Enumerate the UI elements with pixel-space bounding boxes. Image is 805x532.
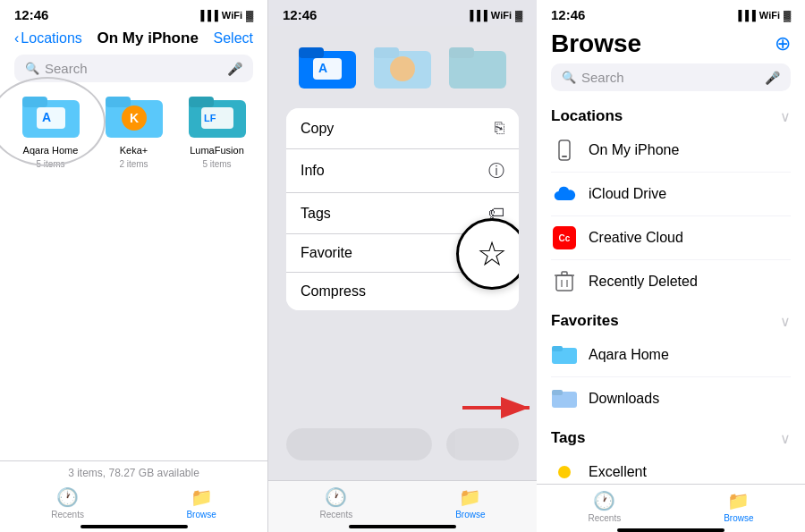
tab-recents-2[interactable]: 🕐 Recents	[319, 486, 352, 519]
tags-header: Tags ∨	[551, 422, 791, 451]
folder-icon-lumafusion: LF	[189, 93, 246, 141]
search-bar-3[interactable]: 🔍 Search 🎤	[551, 63, 791, 91]
tab-recents-3[interactable]: 🕐 Recents	[588, 490, 621, 523]
tab-browse-3[interactable]: 📁 Browse	[724, 490, 753, 523]
icloud-label: iCloud Drive	[589, 186, 666, 202]
location-item-iphone[interactable]: On My iPhone	[551, 129, 791, 173]
compress-label: Compress	[301, 283, 366, 300]
tag-item-excellent[interactable]: Excellent	[551, 451, 791, 484]
tab-recents-1[interactable]: 🕐 Recents	[51, 486, 84, 519]
favorite-aqara-icon	[551, 342, 578, 368]
favorites-chevron[interactable]: ∨	[780, 313, 791, 330]
red-arrow-container	[458, 394, 537, 425]
favorite-item-aqara[interactable]: Aqara Home	[551, 334, 791, 377]
file-item-lumafusion[interactable]: LF LumaFusion 5 items	[181, 93, 253, 460]
svg-rect-24	[562, 156, 567, 157]
blur-pill-2	[446, 428, 519, 460]
favorites-header: Favorites ∨	[551, 305, 791, 334]
recents-label-2: Recents	[319, 510, 352, 519]
tab-bar-1: 🕐 Recents 📁 Browse	[0, 486, 267, 519]
location-item-trash[interactable]: Recently Deleted	[551, 260, 791, 303]
browse-scroll-area: Locations ∨ On My iPhone	[537, 100, 805, 484]
iphone-icon	[551, 137, 578, 164]
svg-text:A: A	[42, 110, 51, 124]
blur-bottom	[268, 428, 537, 460]
info-label: Info	[301, 163, 325, 179]
recents-icon-2: 🕐	[325, 486, 347, 508]
location-item-cc[interactable]: Cc Creative Cloud	[551, 216, 791, 260]
signal-icon: ▐▐▐	[197, 10, 217, 21]
tab-browse-1[interactable]: 📁 Browse	[186, 486, 216, 519]
locations-section: Locations ∨ On My iPhone	[537, 100, 805, 305]
browse-icon-1: 📁	[191, 486, 213, 508]
back-chevron-icon: ‹	[14, 30, 19, 46]
footer-status-1: 3 items, 78.27 GB available	[0, 467, 267, 479]
wifi-icon: WiFi	[222, 10, 242, 21]
cc-label: Creative Cloud	[589, 230, 683, 246]
iphone-label: On My iPhone	[589, 142, 679, 158]
context-item-info[interactable]: Info ⓘ	[286, 149, 519, 193]
copy-label: Copy	[301, 121, 334, 137]
favorite-downloads-label: Downloads	[589, 391, 659, 407]
favorite-star-circle: ☆	[456, 218, 519, 290]
browse-header: Browse ⊕	[537, 26, 805, 63]
location-item-icloud[interactable]: iCloud Drive	[551, 173, 791, 216]
file-item-keka[interactable]: K Keka+ 2 items	[97, 93, 170, 460]
file-name-aqara: Aqara Home	[23, 145, 79, 156]
recents-label-1: Recents	[51, 510, 84, 519]
status-time-1: 12:46	[14, 7, 48, 22]
svg-point-18	[390, 56, 415, 81]
icloud-icon	[551, 181, 578, 207]
more-button[interactable]: ⊕	[775, 32, 791, 55]
status-time-2: 12:46	[283, 7, 317, 22]
recents-icon-1: 🕐	[56, 486, 79, 508]
panel-browse: 12:46 ▐▐▐ WiFi ▓ Browse ⊕ 🔍 Search 🎤 Loc…	[537, 0, 805, 532]
favorite-item-downloads[interactable]: Downloads	[551, 377, 791, 420]
svg-rect-1	[22, 97, 47, 107]
status-bar-1: 12:46 ▐▐▐ WiFi ▓	[0, 0, 267, 26]
select-button[interactable]: Select	[214, 30, 253, 46]
tags-chevron[interactable]: ∨	[780, 430, 791, 447]
svg-rect-17	[374, 47, 399, 58]
blur-pill-1	[286, 428, 432, 460]
status-bar-3: 12:46 ▐▐▐ WiFi ▓	[537, 0, 805, 26]
favorite-aqara-label: Aqara Home	[589, 347, 669, 363]
tags-section: Tags ∨ Excellent Bad	[537, 422, 805, 484]
context-item-copy[interactable]: Copy ⎘	[286, 108, 519, 149]
svg-rect-13	[299, 47, 324, 58]
status-bar-2: 12:46 ▐▐▐ WiFi ▓	[268, 0, 537, 26]
back-button-1[interactable]: ‹ Locations	[14, 30, 82, 46]
locations-chevron[interactable]: ∨	[780, 108, 791, 125]
svg-text:K: K	[130, 111, 139, 125]
battery-icon: ▓	[246, 10, 253, 21]
signal-icon-3: ▐▐▐	[734, 10, 755, 21]
locations-header: Locations ∨	[551, 100, 791, 129]
file-count-aqara: 5 items	[36, 159, 64, 169]
phone-footer-1: 3 items, 78.27 GB available 🕐 Recents 📁 …	[0, 460, 267, 532]
search-bar-1[interactable]: 🔍 Search 🎤	[14, 55, 253, 82]
wifi-icon-3: WiFi	[759, 10, 780, 21]
favorites-title: Favorites	[551, 312, 619, 330]
tag-excellent-label: Excellent	[589, 464, 647, 480]
recents-label-3: Recents	[588, 513, 621, 523]
file-item-aqara[interactable]: A Aqara Home 5 items	[14, 93, 87, 460]
favorite-label: Favorite	[301, 245, 352, 261]
red-arrow-svg	[458, 394, 537, 421]
tags-label: Tags	[301, 206, 331, 222]
info-icon: ⓘ	[488, 160, 504, 182]
blur-icons-row: A	[268, 26, 537, 101]
file-name-lumafusion: LumaFusion	[190, 145, 244, 156]
locations-title: Locations	[551, 107, 623, 125]
mic-icon-3: 🎤	[765, 71, 780, 85]
status-icons-2: ▐▐▐ WiFi ▓	[466, 10, 522, 21]
tag-excellent-icon	[551, 459, 578, 484]
svg-rect-5	[106, 97, 131, 107]
trash-label: Recently Deleted	[589, 274, 698, 290]
cc-icon: Cc	[551, 224, 578, 251]
tab-browse-2[interactable]: 📁 Browse	[455, 486, 485, 519]
file-count-keka: 2 items	[119, 159, 148, 169]
search-icon-1: 🔍	[25, 62, 39, 75]
svg-rect-20	[449, 47, 474, 58]
context-item-favorite[interactable]: Favorite ☆	[286, 234, 519, 273]
file-count-lumafusion: 5 items	[202, 159, 231, 169]
